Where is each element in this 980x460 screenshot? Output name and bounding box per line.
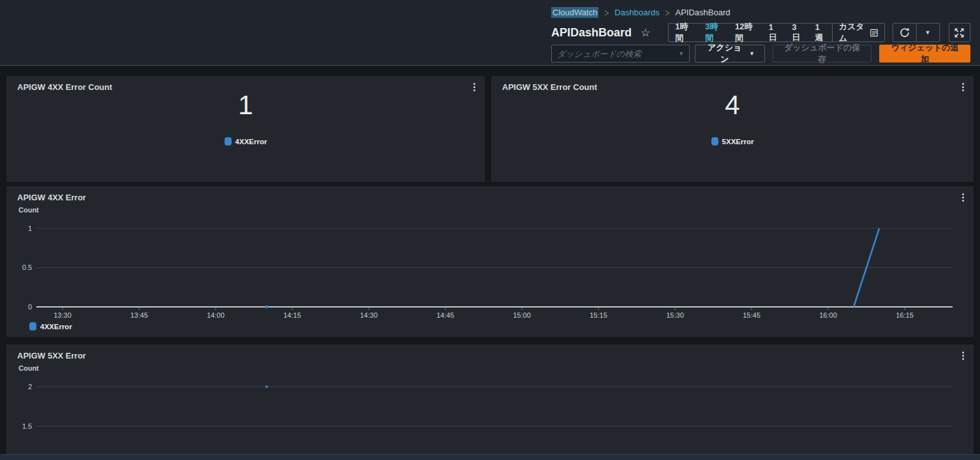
svg-text:15:00: 15:00 — [513, 311, 531, 319]
refresh-options-button[interactable]: ▼ — [916, 24, 939, 41]
line-chart-4xx[interactable]: 10.5013:3013:4514:0014:1514:3014:4515:00… — [6, 186, 974, 337]
breadcrumb: CloudWatch > Dashboards > APIDashBoard — [551, 7, 730, 18]
svg-text:1.5: 1.5 — [22, 422, 32, 430]
bottom-strip — [0, 454, 980, 460]
breadcrumb-cloudwatch[interactable]: CloudWatch — [551, 7, 598, 18]
page-title: APIDashBoard — [551, 26, 632, 40]
favorite-star-icon[interactable]: ☆ — [641, 27, 650, 38]
line-chart-5xx[interactable]: 21.5 — [6, 345, 974, 454]
breadcrumb-dashboards[interactable]: Dashboards — [614, 8, 659, 17]
chevron-down-icon: ▼ — [749, 50, 755, 57]
svg-text:13:45: 13:45 — [130, 311, 148, 319]
chevron-down-icon: ▼ — [925, 29, 931, 36]
dashboard-search-combobox: ▼ — [551, 45, 690, 63]
legend: 5XXError — [491, 137, 974, 145]
time-range-1h[interactable]: 1時間 — [669, 24, 699, 41]
fullscreen-expand-icon — [954, 28, 964, 38]
legend-color-swatch — [29, 322, 36, 330]
chevron-down-icon: ▼ — [678, 50, 684, 57]
time-range-1d[interactable]: 1日 — [762, 24, 785, 41]
widget-4xx-error-count: APIGW 4XX Error Count 1 4XXError — [6, 76, 485, 182]
save-dashboard-button[interactable]: ダッシュボードの保存 — [773, 45, 872, 63]
widget-4xx-error-chart: APIGW 4XX Error Count 10.5013:3013:4514:… — [6, 186, 974, 337]
svg-text:15:30: 15:30 — [666, 311, 684, 319]
actions-label: アクション — [705, 42, 744, 65]
svg-text:15:15: 15:15 — [590, 311, 607, 319]
svg-text:14:15: 14:15 — [283, 311, 301, 319]
legend: 4XXError — [29, 322, 72, 330]
metric-value: 4 — [491, 90, 974, 121]
svg-text:14:30: 14:30 — [360, 311, 378, 319]
breadcrumb-current-page: APIDashBoard — [675, 8, 730, 17]
time-range-3h[interactable]: 3時間 — [699, 24, 729, 41]
svg-text:14:00: 14:00 — [207, 311, 225, 319]
time-range-1w[interactable]: 1週 — [809, 24, 832, 41]
time-range-12h[interactable]: 12時間 — [729, 24, 762, 41]
add-widget-button[interactable]: ウィジェットの追加 — [879, 45, 970, 63]
refresh-split-button: ▼ — [893, 23, 940, 42]
refresh-icon — [900, 27, 910, 38]
metric-value: 1 — [6, 90, 485, 121]
svg-text:16:00: 16:00 — [819, 311, 837, 319]
legend-color-swatch — [711, 137, 718, 145]
svg-text:1: 1 — [28, 225, 32, 232]
actions-dropdown-button[interactable]: アクション ▼ — [695, 45, 765, 63]
widget-5xx-error-chart: APIGW 5XX Error Count 21.5 — [6, 345, 974, 454]
custom-label: カスタム — [839, 21, 866, 44]
custom-time-range-button[interactable]: カスタム — [833, 24, 884, 41]
legend-label: 4XXError — [235, 138, 267, 145]
svg-text:15:45: 15:45 — [743, 311, 761, 319]
dark-mode-moon-icon[interactable] — [659, 27, 668, 38]
chevron-right-icon: > — [604, 6, 609, 19]
add-widget-label: ウィジェットの追加 — [889, 42, 960, 65]
fullscreen-button[interactable] — [949, 24, 970, 41]
chevron-right-icon: > — [665, 6, 669, 19]
time-range-3d[interactable]: 3日 — [785, 24, 808, 41]
svg-text:16:15: 16:15 — [896, 311, 914, 319]
legend: 4XXError — [6, 137, 485, 145]
svg-text:2: 2 — [28, 383, 32, 390]
dashboard-search-input[interactable] — [557, 49, 678, 59]
save-label: ダッシュボードの保存 — [783, 42, 861, 65]
legend-label: 5XXError — [722, 138, 754, 145]
widget-5xx-error-count: APIGW 5XX Error Count 4 5XXError — [491, 76, 974, 182]
legend-label: 4XXError — [40, 323, 72, 330]
calendar-icon — [870, 28, 878, 38]
fullscreen-button-group — [949, 23, 971, 42]
time-range-group: 1時間 3時間 12時間 1日 3日 1週 カスタム — [668, 23, 884, 42]
console-header: CloudWatch > Dashboards > APIDashBoard A… — [0, 0, 980, 66]
svg-text:13:30: 13:30 — [54, 311, 71, 319]
svg-text:0: 0 — [28, 303, 32, 311]
refresh-button[interactable] — [893, 24, 916, 41]
svg-text:0.5: 0.5 — [22, 263, 32, 271]
legend-color-swatch — [225, 137, 232, 145]
svg-text:14:45: 14:45 — [436, 311, 454, 319]
